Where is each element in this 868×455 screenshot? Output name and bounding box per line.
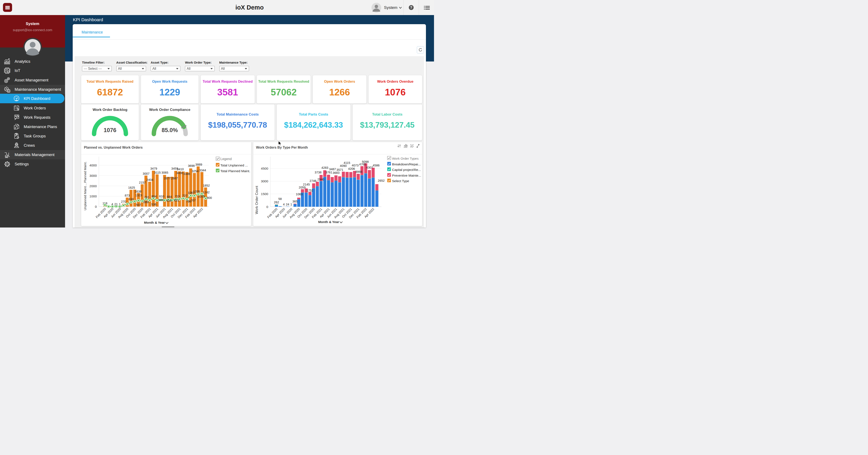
- svg-text:3479: 3479: [150, 167, 157, 170]
- svg-text:646: 646: [158, 198, 164, 202]
- svg-text:3889: 3889: [195, 163, 202, 166]
- svg-text:684: 684: [167, 195, 172, 199]
- svg-text:2000: 2000: [89, 184, 97, 188]
- svg-text:1500: 1500: [261, 192, 268, 196]
- svg-text:4: 4: [112, 203, 113, 206]
- svg-text:1625: 1625: [128, 186, 135, 189]
- svg-text:2652: 2652: [378, 179, 384, 182]
- svg-text:1638: 1638: [135, 190, 142, 193]
- svg-text:1000: 1000: [89, 194, 97, 198]
- svg-text:1053: 1053: [198, 195, 205, 198]
- svg-text:2877: 2877: [164, 177, 170, 180]
- svg-text:2404: 2404: [147, 178, 153, 181]
- svg-text:3761: 3761: [326, 171, 332, 174]
- svg-text:873: 873: [125, 194, 130, 197]
- svg-text:804: 804: [152, 194, 157, 198]
- svg-text:4: 4: [283, 203, 285, 206]
- svg-text:715: 715: [175, 194, 180, 198]
- svg-text:434: 434: [128, 198, 133, 201]
- svg-text:Unplanned Maint. , Planned Mai: Unplanned Maint. , Planned Maint.: [83, 161, 87, 210]
- svg-text:2145: 2145: [303, 183, 310, 186]
- svg-text:4073: 4073: [352, 164, 359, 167]
- svg-text:631: 631: [174, 199, 179, 202]
- svg-text:1: 1: [119, 203, 121, 206]
- svg-text:1242: 1242: [203, 191, 210, 194]
- svg-text:4206: 4206: [348, 167, 355, 171]
- svg-text:536: 536: [151, 203, 156, 206]
- svg-text:3738: 3738: [315, 171, 321, 174]
- svg-text:3866: 3866: [355, 170, 362, 174]
- svg-text:Month & Year: Month & Year: [144, 221, 165, 224]
- svg-text:5098: 5098: [362, 160, 369, 163]
- svg-text:24: 24: [286, 203, 289, 206]
- svg-text:4283: 4283: [321, 166, 328, 170]
- svg-text:4000: 4000: [89, 163, 97, 167]
- svg-text:3115: 3115: [154, 171, 161, 174]
- svg-text:58: 58: [278, 197, 282, 201]
- svg-text:Month & Year: Month & Year: [318, 220, 339, 224]
- svg-text:707: 707: [191, 199, 196, 202]
- svg-text:3000: 3000: [261, 179, 268, 183]
- svg-text:2887: 2887: [171, 177, 178, 180]
- svg-text:3487: 3487: [329, 168, 336, 171]
- svg-text:796: 796: [186, 200, 191, 203]
- svg-text:0: 0: [95, 205, 97, 208]
- svg-text:727: 727: [182, 194, 187, 198]
- svg-text:3698: 3698: [188, 164, 195, 168]
- svg-text:618: 618: [166, 199, 172, 202]
- svg-text:3007: 3007: [143, 172, 149, 175]
- svg-text:365: 365: [292, 200, 298, 203]
- svg-text:4586: 4586: [373, 164, 379, 167]
- svg-text:3571: 3571: [337, 168, 343, 172]
- svg-text:262: 262: [274, 201, 279, 204]
- svg-text:2746: 2746: [310, 179, 316, 183]
- svg-text:1: 1: [290, 203, 292, 206]
- svg-text:21: 21: [114, 203, 118, 206]
- svg-text:800: 800: [207, 196, 212, 200]
- svg-text:4307: 4307: [366, 166, 373, 169]
- svg-text:4500: 4500: [261, 166, 268, 170]
- svg-text:Work Order Count: Work Order Count: [255, 186, 258, 214]
- svg-text:1852: 1852: [203, 184, 210, 187]
- svg-text:3683: 3683: [333, 171, 340, 175]
- svg-text:3065: 3065: [161, 171, 168, 174]
- svg-text:2940: 2940: [317, 178, 324, 181]
- svg-text:3410: 3410: [177, 168, 184, 171]
- svg-text:3254: 3254: [192, 170, 198, 173]
- svg-text:2157: 2157: [139, 181, 146, 184]
- svg-text:1063: 1063: [296, 192, 303, 196]
- svg-text:731: 731: [144, 195, 149, 199]
- svg-text:589: 589: [144, 200, 149, 204]
- svg-text:2059: 2059: [299, 186, 306, 189]
- svg-text:3400: 3400: [176, 171, 183, 175]
- svg-text:1209: 1209: [193, 190, 200, 193]
- svg-text:3346: 3346: [183, 172, 190, 176]
- svg-text:1752: 1752: [306, 189, 313, 192]
- svg-text:0: 0: [267, 205, 268, 209]
- svg-text:1323: 1323: [135, 193, 142, 197]
- svg-text:270: 270: [121, 200, 126, 203]
- svg-text:507: 507: [136, 203, 141, 207]
- svg-text:3344: 3344: [199, 169, 206, 172]
- svg-text:4090: 4090: [340, 164, 347, 168]
- svg-text:610: 610: [159, 194, 164, 198]
- svg-text:3000: 3000: [89, 174, 97, 178]
